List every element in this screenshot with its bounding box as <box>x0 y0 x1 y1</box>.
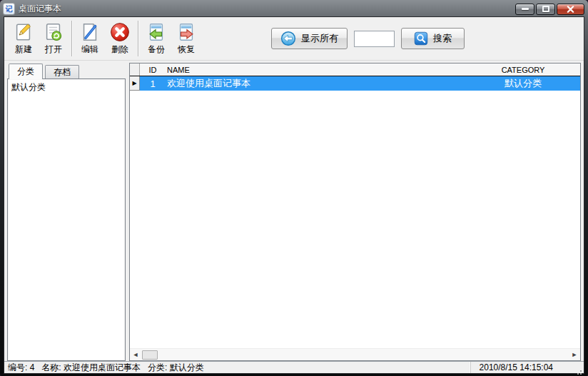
open-button-label: 打开 <box>45 44 62 56</box>
list-item-default-category[interactable]: 默认分类 <box>9 81 124 94</box>
toolbar: 新建 打开 <box>4 17 584 61</box>
row-selector-marker: ▶ <box>130 76 140 91</box>
show-all-icon <box>280 31 296 46</box>
table-row[interactable]: ▶ 1 欢迎使用桌面记事本 默认分类 <box>130 76 580 91</box>
minimize-button[interactable] <box>515 4 534 15</box>
table-empty-area <box>130 91 580 348</box>
window-title: 桌面记事本 <box>19 3 61 15</box>
tab-archive[interactable]: 存档 <box>45 65 79 78</box>
cell-id: 1 <box>140 78 166 89</box>
app-window: 记 桌面记事本 <box>0 0 588 376</box>
search-button-label: 搜索 <box>433 32 452 45</box>
notes-table: ID NAME CATEGORY ▶ 1 欢迎使用桌面记事本 默认分类 ◄ <box>129 63 581 361</box>
open-button[interactable]: 打开 <box>39 19 69 58</box>
open-note-icon <box>43 21 64 43</box>
restore-button-label: 恢复 <box>178 44 195 56</box>
header-selector-cell <box>130 63 140 76</box>
app-body: 新建 打开 <box>4 16 584 374</box>
horizontal-scrollbar[interactable]: ◄ ► <box>130 348 580 360</box>
scrollbar-thumb[interactable] <box>142 350 158 360</box>
search-group: 显示所有 搜索 <box>271 28 465 49</box>
maximize-icon <box>542 6 549 12</box>
show-all-button[interactable]: 显示所有 <box>271 28 348 49</box>
header-name: NAME <box>166 66 466 74</box>
titlebar[interactable]: 记 桌面记事本 <box>0 0 588 16</box>
statusbar: 编号: 4 名称: 欢迎使用桌面记事本 分类: 默认分类 2010/8/15 1… <box>4 361 584 373</box>
show-all-label: 显示所有 <box>301 32 338 45</box>
search-button[interactable]: 搜索 <box>401 28 465 49</box>
toolbar-separator <box>71 21 72 56</box>
status-entry-name: 名称: 欢迎使用桌面记事本 <box>41 362 141 374</box>
status-entry-category: 分类: 默认分类 <box>148 362 204 374</box>
restore-icon <box>176 21 197 43</box>
status-entry-id: 编号: 4 <box>8 362 34 374</box>
delete-button[interactable]: 删除 <box>105 19 135 58</box>
edit-button[interactable]: 编辑 <box>75 19 105 58</box>
status-datetime: 2010/8/15 14:15:04 <box>480 362 573 372</box>
app-icon: 记 <box>4 4 14 14</box>
status-info: 编号: 4 名称: 欢迎使用桌面记事本 分类: 默认分类 <box>8 362 204 374</box>
cell-category: 默认分类 <box>466 77 580 90</box>
close-icon <box>567 6 574 13</box>
minimize-icon <box>522 8 529 10</box>
backup-icon <box>146 21 167 43</box>
edit-button-label: 编辑 <box>81 44 98 56</box>
edit-note-icon <box>79 21 101 43</box>
table-header: ID NAME CATEGORY <box>130 63 580 76</box>
backup-button-label: 备份 <box>148 44 165 56</box>
scroll-right-icon[interactable]: ► <box>569 349 580 361</box>
new-button[interactable]: 新建 <box>9 19 39 58</box>
toolbar-separator <box>138 21 138 56</box>
cell-name: 欢迎使用桌面记事本 <box>166 77 466 90</box>
search-icon <box>414 31 428 46</box>
content: 分类 存档 默认分类 ID NAME CATEGORY ▶ <box>4 61 584 361</box>
delete-note-icon <box>109 21 131 43</box>
table-row-selected: 1 欢迎使用桌面记事本 默认分类 <box>140 76 580 91</box>
tab-category[interactable]: 分类 <box>9 63 43 79</box>
category-list[interactable]: 默认分类 <box>7 78 126 361</box>
restore-button[interactable]: 恢复 <box>171 19 201 58</box>
resize-grip[interactable] <box>573 363 583 373</box>
sidebar-tabs: 分类 存档 <box>7 63 126 78</box>
status-datetime-panel: 2010/8/15 14:15:04 <box>470 362 584 373</box>
sidebar: 分类 存档 默认分类 <box>7 63 126 361</box>
scroll-left-icon[interactable]: ◄ <box>130 349 141 361</box>
new-button-label: 新建 <box>15 44 32 56</box>
header-category: CATEGORY <box>466 66 580 74</box>
window-controls <box>515 4 584 15</box>
maximize-button[interactable] <box>536 4 555 15</box>
search-input[interactable] <box>354 31 395 47</box>
delete-button-label: 删除 <box>111 44 128 56</box>
backup-button[interactable]: 备份 <box>141 19 171 58</box>
header-id: ID <box>140 66 166 74</box>
close-button[interactable] <box>557 4 584 15</box>
new-note-icon <box>13 21 34 43</box>
